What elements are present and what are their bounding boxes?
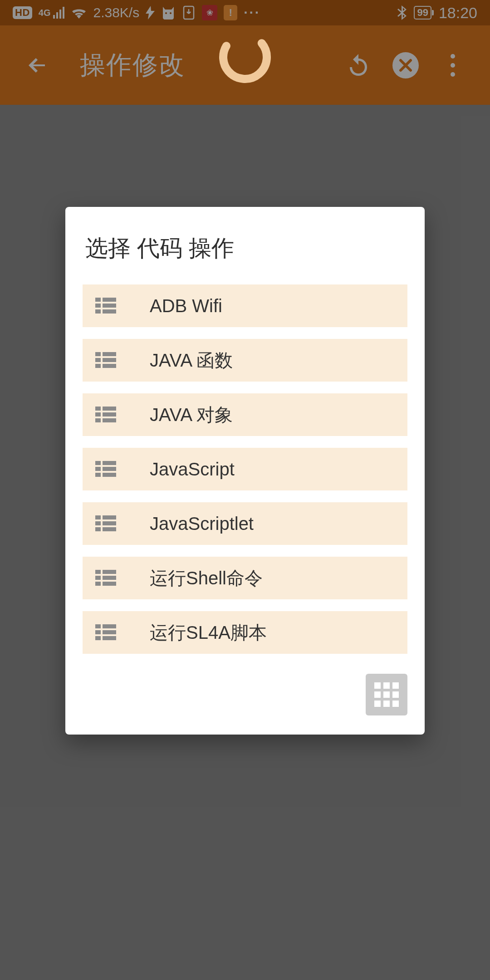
action-item-adb-wifi[interactable]: ADB Wifi [83,284,407,327]
action-list: ADB Wifi JAVA 函数 JAVA 对象 JavaScript Java [83,284,407,654]
svg-rect-28 [95,515,101,519]
action-item-label: 运行SL4A脚本 [150,620,267,645]
svg-rect-32 [95,527,101,531]
svg-rect-21 [103,418,116,422]
svg-rect-15 [103,364,116,368]
list-icon [95,515,118,532]
list-icon [95,407,118,423]
dialog-title: 选择 代码 操作 [85,233,405,264]
action-item-javascript[interactable]: JavaScript [83,448,407,490]
svg-rect-5 [103,298,116,302]
action-item-label: ADB Wifi [150,296,222,316]
svg-rect-7 [103,304,116,308]
svg-rect-41 [103,624,116,628]
svg-rect-18 [95,412,101,416]
list-icon [95,624,118,641]
svg-rect-29 [103,515,116,519]
svg-rect-4 [95,298,101,302]
action-item-label: JAVA 对象 [150,402,233,427]
svg-rect-45 [103,636,116,640]
list-icon [95,570,118,586]
list-icon [95,352,118,368]
svg-rect-8 [95,309,101,314]
svg-rect-31 [103,521,116,525]
svg-rect-33 [103,527,116,531]
action-item-label: JavaScriptlet [150,514,254,534]
svg-rect-13 [103,358,116,362]
svg-rect-22 [95,461,101,465]
svg-rect-38 [95,582,101,586]
action-item-label: 运行Shell命令 [150,566,263,591]
action-item-javascriptlet[interactable]: JavaScriptlet [83,502,407,545]
svg-rect-34 [95,570,101,574]
svg-rect-20 [95,418,101,422]
svg-rect-17 [103,407,116,411]
svg-rect-9 [103,309,116,314]
svg-rect-39 [103,582,116,586]
svg-rect-44 [95,636,101,640]
svg-rect-23 [103,461,116,465]
svg-rect-35 [103,570,116,574]
svg-rect-6 [95,304,101,308]
svg-rect-30 [95,521,101,525]
svg-rect-19 [103,412,116,416]
svg-rect-26 [95,473,101,477]
svg-rect-43 [103,630,116,634]
svg-rect-27 [103,473,116,477]
svg-rect-36 [95,576,101,580]
action-select-dialog: 选择 代码 操作 ADB Wifi JAVA 函数 JAVA 对象 JavaSc… [65,207,425,735]
action-item-label: JavaScript [150,459,235,480]
list-icon [95,298,118,314]
svg-rect-40 [95,624,101,628]
action-item-run-sl4a[interactable]: 运行SL4A脚本 [83,611,407,654]
svg-rect-14 [95,364,101,368]
action-item-run-shell[interactable]: 运行Shell命令 [83,557,407,599]
action-item-java-object[interactable]: JAVA 对象 [83,393,407,436]
svg-rect-42 [95,630,101,634]
grid-icon [374,682,399,707]
svg-rect-24 [95,467,101,471]
action-item-label: JAVA 函数 [150,348,233,373]
svg-rect-25 [103,467,116,471]
grid-view-button[interactable] [366,674,407,715]
action-item-java-function[interactable]: JAVA 函数 [83,339,407,382]
list-icon [95,461,118,477]
svg-rect-12 [95,358,101,362]
svg-rect-16 [95,407,101,411]
svg-rect-37 [103,576,116,580]
svg-rect-10 [95,352,101,356]
svg-rect-11 [103,352,116,356]
